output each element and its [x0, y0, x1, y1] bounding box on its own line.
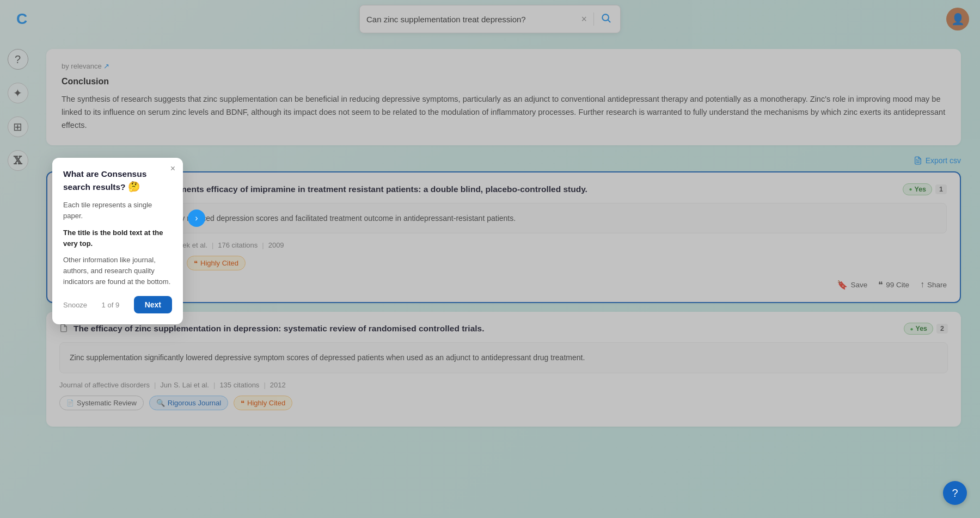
- paper1-header: Zinc supplementation augments efficacy o…: [60, 183, 947, 195]
- paper2-tag-highly-cited[interactable]: ❝ Highly Cited: [234, 396, 292, 410]
- paper2-header: The efficacy of zinc supplementation in …: [59, 323, 948, 335]
- conclusion-text: The synthesis of research suggests that …: [62, 93, 946, 132]
- consensus-logo-icon: C: [16, 10, 27, 28]
- tooltip-title: What are Consensus search results? 🤔: [63, 169, 172, 193]
- search-bar-wrapper: ×: [359, 5, 621, 33]
- paper1-tag-highly-cited[interactable]: ❝ Highly Cited: [187, 256, 246, 270]
- search-divider: [593, 13, 594, 26]
- paper1-badges: Yes 1: [903, 183, 947, 195]
- by-relevance: by relevance ↗: [62, 62, 946, 70]
- search-button[interactable]: [598, 10, 614, 28]
- tooltip-para1: Each tile represents a single paper.: [63, 200, 172, 221]
- export-row: Export csv: [46, 156, 961, 165]
- share-icon: ↑: [920, 280, 924, 289]
- paper2-tag-sysrev[interactable]: 📄 Systematic Review: [59, 396, 144, 410]
- tooltip-close-button[interactable]: ×: [170, 164, 175, 173]
- arrow-right-button[interactable]: ›: [188, 209, 205, 227]
- save-icon: 🔖: [837, 280, 848, 290]
- step-counter: 1 of 9: [102, 301, 120, 309]
- search-input[interactable]: [366, 15, 579, 24]
- paper1-citations: 176 citations: [218, 241, 258, 249]
- paper2-doc-icon: [59, 324, 68, 335]
- paper2-title-row: The efficacy of zinc supplementation in …: [59, 323, 895, 335]
- paper1-action-row: ▾ ✦ Study Snapshot 🔖 Save ❝ 99 Cite ↑ Sh…: [60, 278, 947, 291]
- highly-cited-label: Highly Cited: [200, 259, 238, 267]
- conclusion-title: Conclusion: [62, 77, 946, 87]
- tooltip-card: × What are Consensus search results? 🤔 E…: [52, 158, 183, 324]
- paper2-tags: 📄 Systematic Review 🔍 Rigorous Journal ❝…: [59, 396, 948, 410]
- paper2-yes-badge: Yes: [904, 323, 933, 335]
- paper1-save-btn[interactable]: 🔖 Save: [837, 280, 867, 290]
- paper1-title-row: Zinc supplementation augments efficacy o…: [60, 183, 894, 195]
- paper-card-2: The efficacy of zinc supplementation in …: [46, 312, 961, 426]
- next-button[interactable]: Next: [134, 296, 172, 313]
- highly-cited2-label: Highly Cited: [247, 399, 285, 407]
- paper1-cite-btn[interactable]: ❝ 99 Cite: [878, 280, 909, 290]
- paper2-abstract: Zinc supplementation significantly lower…: [59, 342, 948, 373]
- sidebar-grid-icon[interactable]: ⊞: [8, 116, 28, 137]
- paper1-tags: ✕ RCT 🔍 Rigorous Journal ❝ Highly Cited: [60, 256, 947, 270]
- cite-label: 99 Cite: [886, 281, 909, 289]
- conclusion-card: by relevance ↗ Conclusion The synthesis …: [46, 49, 961, 145]
- cite-icon: ❝: [878, 280, 883, 290]
- paper1-yes-badge: Yes: [903, 183, 932, 195]
- search-bar: ×: [359, 5, 621, 33]
- share-label: Share: [927, 281, 947, 289]
- paper2-meta: Journal of affective disorders | Jun S. …: [59, 381, 948, 389]
- sidebar-help-icon[interactable]: ?: [8, 49, 28, 70]
- sidebar: ? ✦ ⊞ 𝕏: [0, 38, 35, 518]
- paper2-num-badge: 2: [936, 324, 948, 334]
- rigorous2-icon: 🔍: [156, 399, 165, 407]
- search-clear-button[interactable]: ×: [579, 11, 589, 27]
- snooze-button[interactable]: Snooze: [63, 301, 87, 309]
- avatar[interactable]: 👤: [946, 8, 969, 30]
- highly-cited2-icon: ❝: [241, 399, 244, 407]
- paper2-year: 2012: [270, 381, 286, 389]
- help-button[interactable]: ?: [943, 481, 967, 505]
- save-label: Save: [850, 281, 867, 289]
- tooltip-para2: The title is the bold text at the very t…: [63, 227, 172, 249]
- paper1-meta: Journal of affective disorders | M. Siwe…: [60, 241, 947, 249]
- paper1-year: 2009: [268, 241, 284, 249]
- paper1-num-badge: 1: [935, 184, 947, 194]
- sidebar-x-icon[interactable]: 𝕏: [8, 150, 28, 171]
- logo: C: [11, 8, 33, 30]
- sidebar-ai-icon[interactable]: ✦: [8, 83, 28, 103]
- header: C × 👤: [0, 0, 980, 38]
- tooltip-emoji: 🤔: [128, 181, 140, 192]
- export-label: Export csv: [926, 156, 961, 165]
- tooltip-footer: Snooze 1 of 9 Next: [63, 296, 172, 313]
- export-csv-button[interactable]: Export csv: [914, 156, 961, 165]
- paper2-title[interactable]: The efficacy of zinc supplementation in …: [74, 323, 485, 335]
- sysrev-label: Systematic Review: [77, 399, 137, 407]
- paper1-action-right: 🔖 Save ❝ 99 Cite ↑ Share: [837, 280, 947, 290]
- paper2-authors: Jun S. Lai et al.: [160, 381, 209, 389]
- tooltip-para3: Other information like journal, authors,…: [63, 255, 172, 287]
- svg-line-1: [608, 20, 610, 22]
- paper2-citations: 135 citations: [219, 381, 259, 389]
- highly-cited-icon: ❝: [194, 259, 198, 267]
- sysrev-icon: 📄: [66, 399, 74, 406]
- paper2-journal: Journal of affective disorders: [59, 381, 150, 389]
- tooltip-para2-bold: The title is the bold text at the very t…: [63, 229, 163, 248]
- paper-card-1: Zinc supplementation augments efficacy o…: [46, 171, 961, 303]
- paper2-tag-rigorous[interactable]: 🔍 Rigorous Journal: [149, 396, 228, 410]
- paper1-share-btn[interactable]: ↑ Share: [920, 280, 947, 289]
- rigorous2-label: Rigorous Journal: [168, 399, 221, 407]
- paper2-badges: Yes 2: [904, 323, 948, 335]
- relevance-link[interactable]: ↗: [103, 62, 109, 70]
